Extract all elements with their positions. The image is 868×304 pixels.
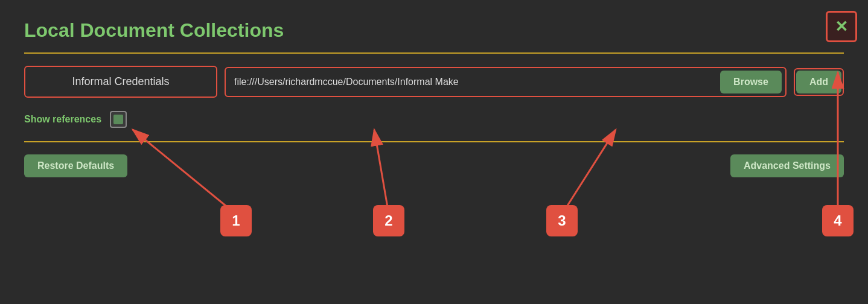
close-icon: ✕ — [835, 17, 848, 36]
show-references-label: Show references — [24, 114, 101, 125]
main-container: ✕ Local Document Collections Browse Add … — [0, 0, 868, 304]
bottom-row: Restore Defaults Advanced Settings — [24, 154, 844, 177]
show-references-row: Show references — [24, 111, 844, 128]
annotation-1: 1 — [220, 205, 252, 236]
add-button[interactable]: Add — [796, 71, 841, 93]
annotation-3: 3 — [546, 205, 578, 236]
path-input[interactable] — [229, 71, 714, 93]
annotation-2: 2 — [373, 205, 404, 236]
name-input[interactable] — [29, 69, 212, 94]
bottom-divider — [24, 141, 844, 142]
checkbox-check — [113, 115, 123, 124]
add-button-wrapper: Add — [794, 68, 844, 96]
annotations-svg — [0, 0, 868, 304]
name-field-wrapper — [24, 66, 217, 98]
inputs-row: Browse Add — [24, 66, 844, 98]
browse-button[interactable]: Browse — [720, 71, 782, 93]
path-browse-add-wrapper: Browse — [225, 67, 787, 97]
annotation-4: 4 — [822, 205, 854, 236]
show-references-checkbox[interactable] — [110, 111, 127, 128]
advanced-settings-button[interactable]: Advanced Settings — [730, 154, 844, 177]
page-title: Local Document Collections — [24, 19, 844, 42]
top-divider — [24, 52, 844, 54]
close-button[interactable]: ✕ — [826, 11, 857, 42]
restore-defaults-button[interactable]: Restore Defaults — [24, 154, 127, 177]
